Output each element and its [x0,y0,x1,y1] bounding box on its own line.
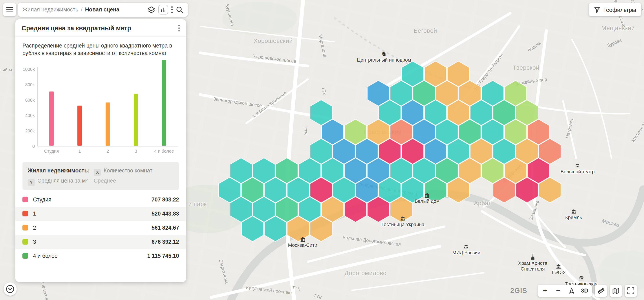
map-poi[interactable]: Белый дом [414,192,440,204]
legend-label: 3 [33,239,36,245]
collapse-panel-button[interactable] [4,282,17,296]
mode-3d-button[interactable]: 3D [578,284,591,297]
chart-y-tick: 200k [22,128,35,133]
fullscreen-button[interactable] [625,284,637,297]
chart-x-label: Студия [38,148,66,153]
legend-swatch [22,253,28,259]
breadcrumb-parent[interactable]: Жилая недвижимость [22,6,78,13]
layers-icon [147,6,155,14]
breadcrumb-separator: / [81,6,82,13]
app-root: КуусиненаХорошёвскийХорошёвское шоссеБег… [0,0,644,300]
chart-y-tick: 0 [22,144,35,148]
search-icon [176,6,184,14]
horse-icon: ♞ [381,50,387,57]
chart-bar[interactable] [49,91,54,146]
widget-description: Распределение средней цены одного квадра… [22,42,179,57]
widgets-button[interactable] [158,5,168,14]
map-poi[interactable]: Большой театр [561,162,595,174]
folded-map-icon [612,288,619,294]
breadcrumb-current: Новая сцена [85,6,120,13]
geofilters-label: Геофильтры [603,6,636,13]
map-poi-label: Центральный ипподром [357,57,411,63]
hamburger-icon [6,6,13,13]
building-icon [424,192,430,198]
legend-value: 676 392.12 [152,239,179,245]
chart-y-tick: 800k [22,82,35,87]
map-poi-label: Большой театр [561,169,595,174]
map-poi[interactable]: Храм Христа Спасителя [518,254,548,272]
legend-value: 520 443.83 [152,210,179,217]
legend-row[interactable]: 4 и более1 115 745.10 [16,249,186,263]
chart-bar[interactable] [134,94,138,146]
legend-swatch [22,239,28,244]
chart-bar[interactable] [162,60,166,146]
legend-row[interactable]: Студия707 803.22 [16,192,186,206]
chart-y-tick: 1000k [22,67,35,72]
map-poi[interactable]: ♞Центральный ипподром [357,50,411,63]
legend-swatch [22,197,28,202]
kebab-icon [171,6,173,13]
legend-swatch [22,211,28,216]
chart-y-tick: 400k [22,113,35,118]
y-axis-badge: Y [28,179,35,186]
chart-x-label: 3 [122,148,150,153]
chart-x-label: 1 [66,148,94,153]
legend-label: 1 [33,210,36,217]
circled-chevron-down-icon [6,284,14,294]
map-poi-label: Гостиница Украина [382,222,424,227]
map-poi-label: ГЭС-2 [552,270,566,275]
map-poi-label: Кремль [565,215,582,220]
map-poi[interactable]: Гостиница Украина [382,215,424,227]
breadcrumb-bar: Жилая недвижимость / Новая сцена [18,3,188,17]
map-poi[interactable]: МИД России [452,243,480,255]
filter-funnel-icon [594,6,600,13]
more-button[interactable] [171,6,173,13]
x-axis-badge: X [94,169,101,176]
legend-row[interactable]: 3676 392.12 [16,235,186,249]
building-icon [556,263,562,269]
layers-button[interactable] [147,6,155,14]
building-icon [400,215,406,221]
legend-value: 1 115 745.10 [147,253,179,259]
legend-row[interactable]: 1520 443.83 [16,206,186,220]
church-icon [530,254,536,260]
widget-menu-button[interactable] [178,24,180,32]
map-poi[interactable]: ГЭС-2 [552,263,566,275]
basemap-button[interactable] [610,284,622,297]
search-button[interactable] [176,6,184,14]
location-arrow-icon [568,287,575,294]
zoom-in-button[interactable]: + [538,284,552,297]
menu-button[interactable] [3,3,16,16]
ruler-button[interactable] [595,284,607,297]
map-poi-label: Москва-Сити [288,242,318,248]
widget-title: Средняя цена за квадратный метр [22,24,131,32]
y-axis-label: Средняя цена за м² [38,178,88,184]
building-icon [578,275,584,280]
map-poi-label: МИД России [452,250,480,255]
chart-y-axis [38,67,38,146]
x-axis-label: Количество комнат [104,168,152,174]
chart-y-tick: 600k [22,98,35,102]
legend-label: 4 и более [33,253,58,259]
chart-bar[interactable] [78,106,82,146]
dataset-info-box: Жилая недвижимость:XКоличество комнат YС… [22,162,179,190]
building-icon [300,236,306,242]
dataset-label: Жилая недвижимость: [28,168,90,174]
zoom-out-button[interactable]: − [552,284,565,297]
map-poi-label: Белый дом [414,198,440,204]
legend-value: 707 803.22 [152,196,179,202]
legend-swatch [22,225,28,230]
map-poi[interactable]: Москва-Сити [288,236,318,248]
map-poi[interactable]: Кремль [565,208,582,220]
2gis-logo: 2GIS [510,287,527,295]
chart-bar[interactable] [106,102,110,146]
map-poi-label: Храм Христа Спасителя [518,260,548,272]
legend-row[interactable]: 2561 824.67 [16,220,186,235]
map-controls-bar: + − 3D [538,284,592,297]
chart-x-label: 4 и более [150,148,178,153]
widget-panel: Средняя цена за квадратный метр Распреде… [16,19,186,282]
geofilters-button[interactable]: Геофильтры [588,3,641,16]
locate-button[interactable] [565,284,578,297]
widget-header: Средняя цена за квадратный метр [16,19,186,37]
y-aggregation-label: – Среднее [89,178,116,184]
